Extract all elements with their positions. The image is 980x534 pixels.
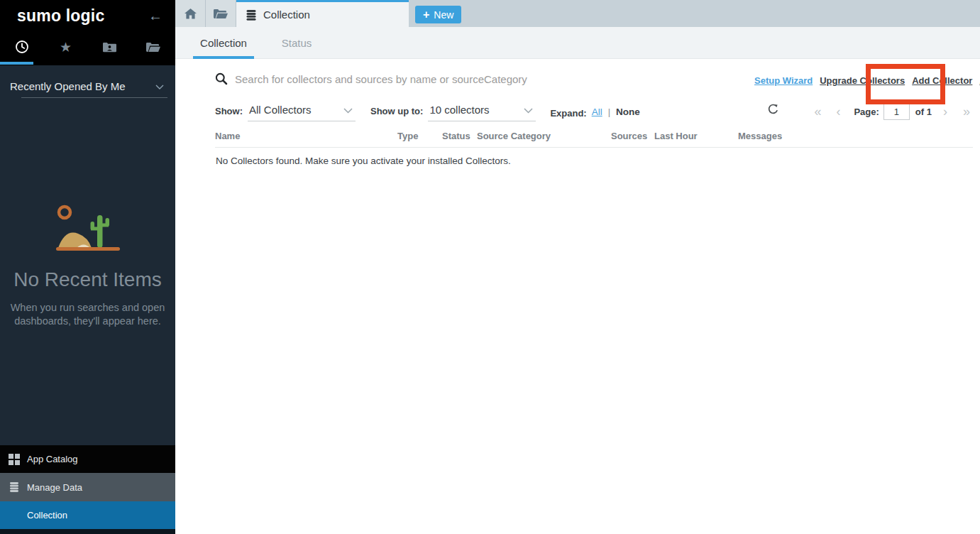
desert-illustration	[0, 203, 175, 256]
column-header-messages[interactable]: Messages	[738, 131, 782, 141]
sidebar-item-collection[interactable]: Collection	[0, 501, 175, 529]
sidebar-empty-state: No Recent Items When you run searches an…	[0, 203, 175, 328]
open-folder-icon	[214, 9, 228, 19]
sidebar: sumo logic ← ★	[0, 0, 175, 534]
main-area: Collection + New Collection Status Setup	[175, 0, 980, 534]
search-icon	[215, 72, 228, 85]
pagination: « ‹ Page: of 1 › »	[814, 103, 970, 120]
expand-all-link[interactable]: All	[592, 107, 602, 117]
dropdown-underline	[21, 97, 167, 98]
home-icon	[185, 9, 197, 19]
chevron-down-icon	[343, 108, 353, 114]
sumo-logic-app: sumo logic ← ★	[0, 0, 980, 534]
dropdown-value: 10 collectors	[429, 104, 489, 116]
upgrade-collectors-link[interactable]: Upgrade Collectors	[820, 75, 905, 86]
tab-status[interactable]: Status	[275, 27, 319, 59]
grid-icon	[9, 454, 27, 465]
database-icon	[9, 481, 27, 493]
star-icon: ★	[60, 40, 72, 54]
expand-none-link[interactable]: None	[616, 107, 640, 117]
column-header-status[interactable]: Status	[442, 131, 470, 141]
new-button-label: New	[434, 9, 453, 21]
collection-tab[interactable]: Collection	[236, 0, 409, 27]
active-nav-underline	[0, 62, 33, 65]
no-collectors-message: No Collectors found. Make sure you activ…	[216, 156, 511, 166]
chevron-down-icon	[524, 108, 533, 114]
library-tab[interactable]	[131, 31, 175, 62]
recents-folder-tab[interactable]	[206, 0, 236, 27]
new-button[interactable]: + New	[415, 6, 461, 23]
column-header-sources[interactable]: Sources	[611, 131, 647, 141]
setup-wizard-link[interactable]: Setup Wizard	[754, 75, 813, 86]
tab-collection[interactable]: Collection	[193, 27, 254, 59]
menu-item-label: App Catalog	[27, 454, 78, 464]
column-header-last-hour[interactable]: Last Hour	[654, 131, 698, 141]
sidebar-nav-icons: ★	[0, 31, 175, 62]
top-tab-bar: Collection + New	[175, 0, 980, 27]
dropdown-value: All Collectors	[249, 104, 312, 116]
shared-content-tab[interactable]	[88, 31, 132, 62]
recent-filter-dropdown[interactable]: Recently Opened By Me	[0, 75, 175, 98]
quick-links: Setup Wizard Upgrade Collectors Add Coll…	[754, 75, 980, 86]
favorites-tab[interactable]: ★	[44, 31, 88, 62]
sidebar-item-app-catalog[interactable]: App Catalog	[0, 445, 175, 473]
show-label: Show:	[215, 103, 243, 116]
sidebar-bottom-menu: App Catalog Manage Data Collection	[0, 445, 175, 534]
sumo-logic-logo: sumo logic	[17, 6, 104, 26]
chevron-down-icon	[155, 85, 164, 89]
separator: |	[608, 107, 610, 117]
open-folder-icon	[146, 42, 160, 53]
sub-tab-bar: Collection Status	[175, 27, 980, 59]
column-header-source-category[interactable]: Source Category	[477, 131, 551, 141]
page-number-input[interactable]	[883, 103, 910, 120]
first-page-icon[interactable]: «	[814, 105, 821, 118]
plus-icon: +	[423, 9, 429, 21]
collection-stack-icon	[246, 9, 257, 21]
tab-label: Collection	[263, 9, 310, 21]
page-count-label: of 1	[915, 107, 932, 117]
collection-page-content: Setup Wizard Upgrade Collectors Add Coll…	[175, 59, 980, 534]
empty-state-caption: When you run searches and open dashboard…	[0, 301, 175, 328]
page-label: Page:	[854, 107, 879, 117]
table-header-row: Name Type Status Source Category Sources…	[175, 131, 980, 145]
show-collectors-dropdown[interactable]: All Collectors	[248, 103, 356, 121]
show-up-to-label: Show up to:	[370, 103, 423, 116]
home-tab[interactable]	[175, 0, 206, 27]
next-page-icon[interactable]: ›	[943, 105, 947, 118]
add-collector-link[interactable]: Add Collector	[912, 75, 972, 86]
menu-item-label: Collection	[27, 510, 67, 521]
collapse-sidebar-icon[interactable]: ←	[148, 8, 163, 24]
sidebar-header: sumo logic ← ★	[0, 0, 175, 65]
shared-folder-icon	[103, 42, 116, 53]
column-header-name[interactable]: Name	[215, 131, 240, 141]
last-page-icon[interactable]: »	[963, 105, 970, 118]
sidebar-item-manage-data[interactable]: Manage Data	[0, 473, 175, 501]
menu-item-label: Manage Data	[27, 482, 82, 493]
previous-page-icon[interactable]: ‹	[836, 105, 840, 118]
expand-label: Expand:	[550, 105, 586, 119]
filter-row: Show: All Collectors Show up to: 10 coll…	[215, 103, 640, 121]
expand-controls: Expand: All | None	[550, 103, 639, 119]
subtab-label: Status	[282, 37, 312, 49]
sidebar-bottom-strip	[0, 529, 175, 534]
recent-tab[interactable]	[0, 31, 44, 62]
subtab-label: Collection	[200, 37, 247, 49]
column-header-type[interactable]: Type	[397, 131, 418, 141]
page-size-dropdown[interactable]: 10 collectors	[428, 103, 536, 121]
table-header-divider	[215, 147, 973, 148]
search-input[interactable]	[235, 69, 668, 89]
empty-state-title: No Recent Items	[0, 268, 175, 291]
clock-icon	[15, 40, 29, 54]
recent-filter-label: Recently Opened By Me	[10, 80, 126, 92]
refresh-icon[interactable]	[768, 104, 778, 115]
